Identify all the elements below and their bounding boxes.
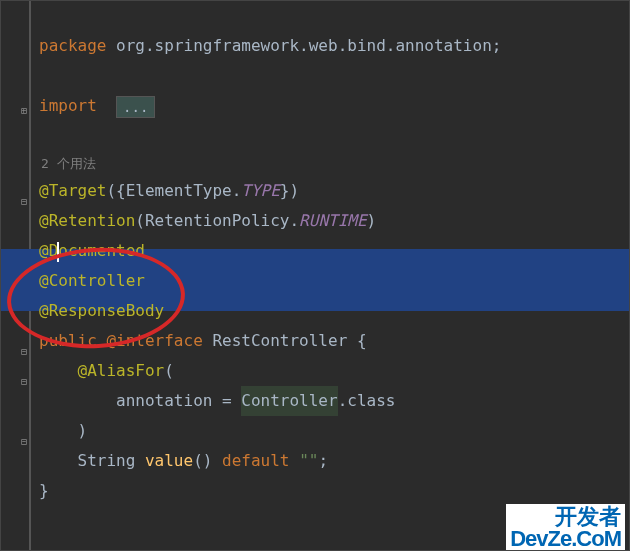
documented-annotation: @Documented	[39, 236, 629, 266]
package-statement: package org.springframework.web.bind.ann…	[39, 31, 629, 61]
aliasfor-close: )	[39, 416, 629, 446]
watermark-bottom: DevZe.CoM	[510, 528, 621, 550]
value-method: String value() default "";	[39, 446, 629, 476]
retention-annotation: @Retention(RetentionPolicy.RUNTIME)	[39, 206, 629, 236]
controller-annotation: @Controller	[39, 266, 629, 296]
aliasfor-annotation: @AliasFor(	[39, 356, 629, 386]
usages-hint[interactable]: 2 个用法	[39, 151, 629, 176]
fold-icon[interactable]: ⊟	[19, 437, 29, 447]
target-annotation: @Target({ElementType.TYPE})	[39, 176, 629, 206]
fold-icon[interactable]: ⊞	[19, 106, 29, 116]
fold-icon[interactable]: ⊟	[19, 347, 29, 357]
fold-icon[interactable]: ⊟	[19, 197, 29, 207]
watermark: 开发者 DevZe.CoM	[506, 504, 625, 550]
editor-code-area[interactable]: package org.springframework.web.bind.ann…	[39, 1, 629, 550]
type-declaration: public @interface RestController {	[39, 326, 629, 356]
aliasfor-arg: annotation = Controller.class	[39, 386, 629, 416]
folded-imports[interactable]: ...	[116, 96, 155, 118]
fold-icon[interactable]: ⊟	[19, 377, 29, 387]
type-close: }	[39, 476, 629, 506]
responsebody-annotation: @ResponseBody	[39, 296, 629, 326]
import-statement: import ...	[39, 91, 629, 121]
watermark-top: 开发者	[510, 506, 621, 528]
